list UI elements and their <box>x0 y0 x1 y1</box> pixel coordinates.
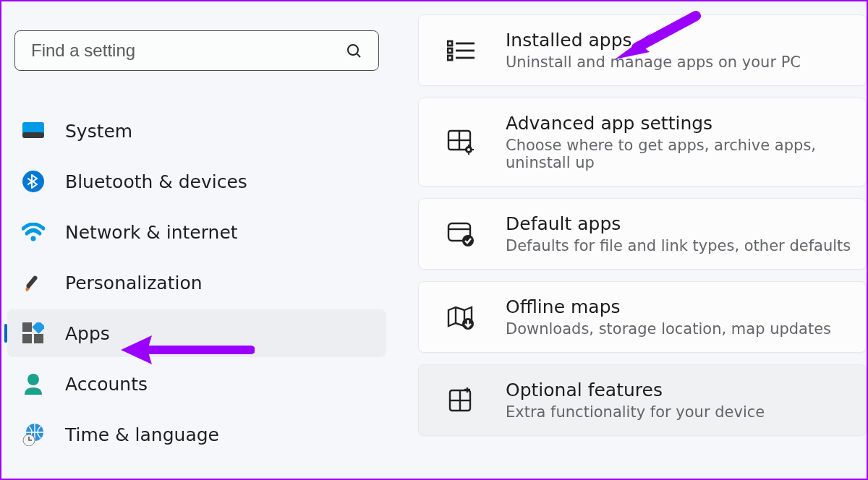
card-texts: Default apps Defaults for file and link … <box>506 213 851 254</box>
card-title: Advanced app settings <box>506 113 866 134</box>
sidebar-item-label: Time & language <box>65 424 219 445</box>
card-texts: Installed apps Uninstall and manage apps… <box>506 30 801 71</box>
svg-rect-8 <box>32 322 44 334</box>
svg-rect-7 <box>22 322 32 332</box>
sidebar-item-bluetooth[interactable]: Bluetooth & devices <box>7 158 386 205</box>
svg-point-0 <box>348 45 358 55</box>
accounts-icon <box>22 372 45 395</box>
svg-rect-3 <box>22 132 44 138</box>
card-subtitle: Choose where to get apps, archive apps, … <box>506 137 866 171</box>
card-default-apps[interactable]: Default apps Defaults for file and link … <box>418 198 867 270</box>
sidebar-item-label: Bluetooth & devices <box>65 171 247 192</box>
svg-rect-14 <box>448 41 452 46</box>
card-subtitle: Uninstall and manage apps on your PC <box>506 53 801 71</box>
card-offline-maps[interactable]: Offline maps Downloads, storage location… <box>418 281 867 353</box>
search-icon <box>345 42 362 59</box>
card-subtitle: Defaults for file and link types, other … <box>506 237 851 254</box>
sidebar-item-label: Accounts <box>65 374 148 395</box>
card-title: Default apps <box>506 213 851 234</box>
card-optional-features[interactable]: Optional features Extra functionality fo… <box>418 364 867 436</box>
sidebar-item-label: Network & internet <box>65 222 238 243</box>
sidebar-item-accounts[interactable]: Accounts <box>7 360 386 408</box>
sidebar-item-network[interactable]: Network & internet <box>7 208 386 256</box>
sidebar-item-personalization[interactable]: Personalization <box>7 259 386 307</box>
window-check-icon <box>445 218 477 250</box>
card-advanced-app-settings[interactable]: Advanced app settings Choose where to ge… <box>418 98 867 187</box>
apps-gear-icon <box>445 127 477 158</box>
apps-icon <box>22 322 45 345</box>
apps-plus-icon <box>445 385 477 416</box>
card-title: Installed apps <box>506 30 801 51</box>
sidebar-item-label: Personalization <box>65 273 203 293</box>
wifi-icon <box>22 220 45 244</box>
search-container <box>14 30 379 71</box>
system-icon <box>22 119 45 142</box>
brush-icon <box>22 271 45 294</box>
bluetooth-icon <box>22 170 45 193</box>
sidebar-item-label: System <box>65 121 132 142</box>
card-title: Offline maps <box>506 296 831 317</box>
sidebar-item-time-language[interactable]: Time & language <box>7 411 386 458</box>
card-texts: Offline maps Downloads, storage location… <box>506 296 831 338</box>
list-icon <box>445 35 477 67</box>
card-installed-apps[interactable]: Installed apps Uninstall and manage apps… <box>418 14 867 86</box>
card-texts: Advanced app settings Choose where to ge… <box>506 113 866 171</box>
svg-rect-6 <box>25 275 38 288</box>
apps-content: Installed apps Uninstall and manage apps… <box>392 1 867 479</box>
svg-rect-10 <box>34 334 43 343</box>
sidebar-item-label: Apps <box>65 323 110 344</box>
card-subtitle: Downloads, storage location, map updates <box>506 320 831 338</box>
globe-clock-icon <box>22 423 45 446</box>
svg-point-11 <box>27 374 39 385</box>
svg-line-1 <box>357 54 360 57</box>
search-input[interactable] <box>31 40 345 61</box>
sidebar-item-apps[interactable]: Apps <box>7 309 386 357</box>
svg-rect-9 <box>22 334 32 343</box>
sidebar-nav: System Bluetooth & devices Network & int… <box>1 107 392 458</box>
svg-rect-18 <box>448 56 452 60</box>
card-subtitle: Extra functionality for your device <box>506 403 765 421</box>
card-texts: Optional features Extra functionality fo… <box>506 380 765 421</box>
svg-rect-16 <box>448 48 452 53</box>
sidebar-item-system[interactable]: System <box>7 107 386 155</box>
map-download-icon <box>445 301 477 333</box>
card-title: Optional features <box>506 380 765 400</box>
settings-sidebar: System Bluetooth & devices Network & int… <box>1 1 392 479</box>
svg-point-24 <box>467 148 470 151</box>
svg-point-5 <box>31 236 36 241</box>
